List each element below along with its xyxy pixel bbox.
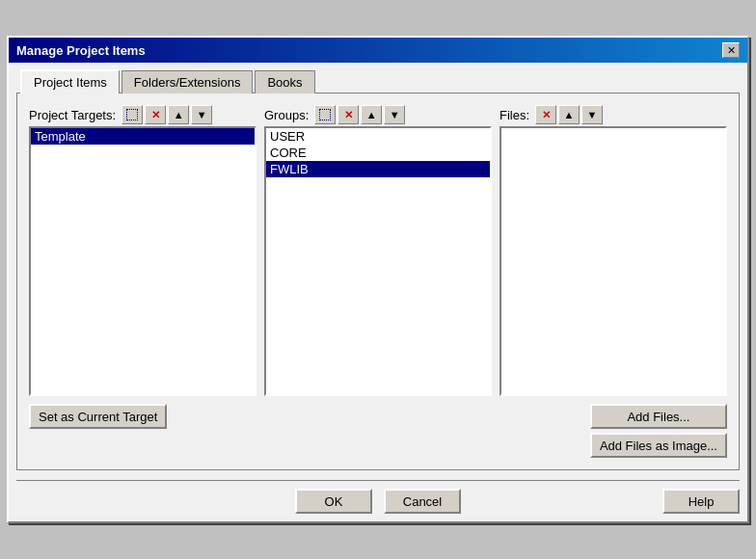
list-item[interactable]: FWLIB (266, 161, 490, 177)
tab-books[interactable]: Books (255, 70, 314, 93)
cancel-button[interactable]: Cancel (384, 489, 461, 514)
left-buttons: Set as Current Target (29, 404, 167, 429)
delete-icon: ✕ (344, 109, 353, 121)
list-item[interactable]: CORE (266, 145, 490, 161)
window-body: Project Items Folders/Extensions Books P… (9, 63, 747, 521)
groups-label: Groups: (264, 108, 309, 122)
files-down-button[interactable]: ▼ (581, 105, 603, 124)
project-targets-panel: Project Targets: ✕ ▲ ▼ (29, 105, 256, 396)
center-buttons: OK Cancel (257, 489, 499, 514)
list-item[interactable]: Template (31, 128, 255, 145)
project-targets-listbox[interactable]: Template (29, 126, 256, 396)
add-files-as-image-button[interactable]: Add Files as Image... (590, 433, 727, 458)
new-icon (319, 109, 331, 120)
groups-listbox[interactable]: USER CORE FWLIB (264, 126, 492, 396)
files-header: Files: ✕ ▲ ▼ (500, 105, 727, 124)
groups-panel: Groups: ✕ ▲ ▼ (264, 105, 492, 396)
groups-header: Groups: ✕ ▲ ▼ (264, 105, 492, 124)
dialog-buttons-row: OK Cancel Help (16, 480, 740, 514)
down-icon: ▼ (197, 109, 207, 120)
project-targets-down-button[interactable]: ▼ (191, 105, 212, 124)
project-targets-header: Project Targets: ✕ ▲ ▼ (29, 105, 256, 124)
files-listbox[interactable] (500, 126, 727, 396)
up-icon: ▲ (366, 109, 377, 120)
manage-project-items-window: Manage Project Items ✕ Project Items Fol… (7, 36, 749, 523)
tab-bar: Project Items Folders/Extensions Books (16, 70, 740, 93)
list-item[interactable]: USER (266, 128, 490, 145)
files-delete-button[interactable]: ✕ (535, 105, 556, 124)
help-button[interactable]: Help (662, 489, 740, 514)
bottom-area: Set as Current Target Add Files... Add F… (29, 404, 727, 458)
groups-delete-button[interactable]: ✕ (338, 105, 359, 124)
set-as-current-target-button[interactable]: Set as Current Target (29, 404, 167, 429)
tab-content-project-items: Project Targets: ✕ ▲ ▼ (16, 93, 740, 470)
files-up-button[interactable]: ▲ (558, 105, 580, 124)
delete-icon: ✕ (151, 109, 160, 121)
tab-project-items[interactable]: Project Items (20, 69, 120, 93)
project-targets-label: Project Targets: (29, 108, 116, 122)
new-icon (126, 109, 138, 120)
delete-icon: ✕ (542, 109, 551, 121)
project-targets-new-button[interactable] (122, 105, 143, 124)
down-icon: ▼ (587, 109, 598, 120)
down-icon: ▼ (390, 109, 400, 120)
groups-new-button[interactable] (314, 105, 336, 124)
ok-button[interactable]: OK (295, 489, 372, 514)
add-files-button[interactable]: Add Files... (590, 404, 727, 429)
right-buttons: Add Files... Add Files as Image... (590, 404, 727, 458)
groups-down-button[interactable]: ▼ (384, 105, 405, 124)
up-icon: ▲ (174, 109, 184, 120)
close-button[interactable]: ✕ (722, 42, 740, 58)
project-targets-delete-button[interactable]: ✕ (145, 105, 166, 124)
files-panel: Files: ✕ ▲ ▼ (500, 105, 727, 396)
window-title: Manage Project Items (16, 43, 146, 58)
title-bar: Manage Project Items ✕ (9, 38, 747, 63)
tab-folders-extensions[interactable]: Folders/Extensions (122, 70, 254, 93)
project-targets-up-button[interactable]: ▲ (168, 105, 189, 124)
lists-area: Project Targets: ✕ ▲ ▼ (29, 105, 727, 396)
groups-up-button[interactable]: ▲ (361, 105, 382, 124)
files-label: Files: (500, 108, 529, 122)
up-icon: ▲ (564, 109, 575, 120)
title-bar-buttons: ✕ (722, 42, 740, 58)
